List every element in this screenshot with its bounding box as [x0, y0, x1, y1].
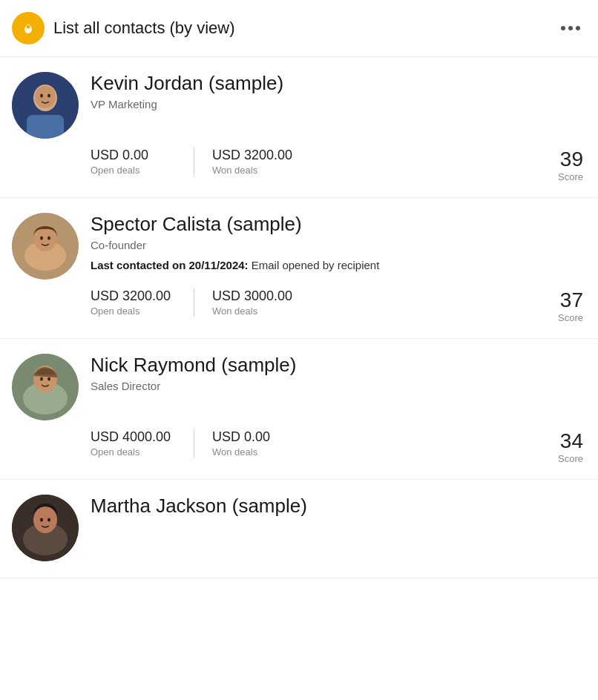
svg-point-11: [40, 237, 43, 240]
svg-point-22: [47, 518, 50, 522]
contact-title-nick: Sales Director: [91, 380, 583, 392]
svg-point-17: [47, 377, 50, 381]
svg-point-5: [35, 86, 56, 108]
svg-point-7: [47, 94, 50, 98]
avatar-spector-calista: [12, 213, 79, 280]
score-value-nick: 34: [560, 429, 583, 453]
contact-top-nick: Nick Raymond (sample) Sales Director: [12, 354, 583, 420]
won-deals-amount-nick: USD 0.00: [212, 429, 316, 445]
svg-point-12: [47, 237, 50, 240]
open-deals-label-nick: Open deals: [91, 446, 176, 458]
open-deals-label-spector: Open deals: [91, 306, 176, 317]
open-deals-amount-nick: USD 4000.00: [91, 429, 176, 445]
last-contacted-detail: Email opened by recipient: [249, 259, 380, 271]
contact-name-nick: Nick Raymond (sample): [91, 354, 583, 377]
avatar-martha-jackson: [12, 495, 79, 561]
score-label-kevin: Score: [558, 171, 583, 182]
open-deals-spector: USD 3200.00 Open deals: [91, 288, 194, 317]
svg-point-20: [33, 506, 57, 533]
last-contacted-spector: Last contacted on 20/11/2024: Email open…: [91, 257, 583, 273]
app-icon: [12, 12, 45, 44]
won-deals-nick: USD 0.00 Won deals: [212, 429, 316, 458]
won-deals-spector: USD 3000.00 Won deals: [212, 288, 316, 317]
deals-row-kevin: USD 0.00 Open deals USD 3200.00 Won deal…: [91, 148, 583, 182]
contact-top: Kevin Jordan (sample) VP Marketing: [12, 72, 583, 139]
contact-top-martha: Martha Jackson (sample): [12, 495, 583, 561]
won-deals-label-nick: Won deals: [212, 446, 316, 458]
contact-name-kevin: Kevin Jordan (sample): [91, 72, 583, 95]
contact-title-spector: Co-founder: [91, 239, 583, 251]
won-deals-kevin: USD 3200.00 Won deals: [212, 148, 316, 176]
page-title: List all contacts (by view): [53, 19, 235, 38]
contact-info-martha: Martha Jackson (sample): [91, 495, 583, 521]
avatar-nick-raymond: [12, 354, 79, 420]
open-deals-kevin: USD 0.00 Open deals: [91, 148, 194, 176]
contact-info-spector: Spector Calista (sample) Co-founder Last…: [91, 213, 583, 273]
svg-point-6: [40, 94, 43, 98]
svg-point-21: [40, 518, 43, 522]
won-deals-label-kevin: Won deals: [212, 165, 316, 176]
avatar-svg-martha: [12, 495, 79, 561]
open-deals-nick: USD 4000.00 Open deals: [91, 429, 194, 458]
won-deals-amount-spector: USD 3000.00: [212, 288, 316, 304]
avatar-kevin-jordan: [12, 72, 79, 139]
score-label-nick: Score: [558, 453, 583, 464]
dot-2: [568, 26, 573, 30]
contact-card-martha-jackson[interactable]: Martha Jackson (sample): [0, 480, 598, 578]
open-deals-amount-kevin: USD 0.00: [91, 148, 176, 163]
header-left: List all contacts (by view): [12, 12, 235, 44]
avatar-svg-spector: [12, 213, 79, 280]
won-deals-label-spector: Won deals: [212, 306, 316, 317]
contact-title-kevin: VP Marketing: [91, 98, 583, 110]
last-contacted-bold: Last contacted on 20/11/2024:: [91, 259, 249, 271]
dot-3: [576, 26, 580, 30]
contact-list: Kevin Jordan (sample) VP Marketing USD 0…: [0, 57, 598, 578]
more-options-button[interactable]: [558, 23, 583, 33]
contact-name-spector: Spector Calista (sample): [91, 213, 583, 236]
score-section-nick: 34 Score: [558, 429, 583, 464]
contact-card-nick-raymond[interactable]: Nick Raymond (sample) Sales Director USD…: [0, 339, 598, 480]
contact-card-spector-calista[interactable]: Spector Calista (sample) Co-founder Last…: [0, 198, 598, 339]
deals-row-nick: USD 4000.00 Open deals USD 0.00 Won deal…: [91, 429, 583, 464]
contact-info-kevin: Kevin Jordan (sample) VP Marketing: [91, 72, 583, 116]
score-label-spector: Score: [558, 312, 583, 323]
open-deals-label-kevin: Open deals: [91, 165, 176, 176]
score-section-spector: 37 Score: [558, 288, 583, 323]
contact-top-spector: Spector Calista (sample) Co-founder Last…: [12, 213, 583, 280]
svg-rect-4: [27, 115, 64, 139]
dot-1: [561, 26, 565, 30]
open-deals-amount-spector: USD 3200.00: [91, 288, 176, 304]
score-value-spector: 37: [560, 288, 583, 312]
contact-info-nick: Nick Raymond (sample) Sales Director: [91, 354, 583, 398]
app-header: List all contacts (by view): [0, 0, 598, 57]
svg-point-1: [27, 25, 30, 29]
won-deals-amount-kevin: USD 3200.00: [212, 148, 316, 163]
deals-row-spector: USD 3200.00 Open deals USD 3000.00 Won d…: [91, 288, 583, 323]
avatar-svg-kevin: [12, 72, 79, 139]
dynamics-icon: [19, 19, 37, 37]
contact-card-kevin-jordan[interactable]: Kevin Jordan (sample) VP Marketing USD 0…: [0, 57, 598, 198]
svg-point-16: [40, 377, 43, 381]
contact-name-martha: Martha Jackson (sample): [91, 495, 583, 518]
score-value-kevin: 39: [560, 148, 583, 171]
avatar-svg-nick: [12, 354, 79, 420]
score-section-kevin: 39 Score: [558, 148, 583, 182]
